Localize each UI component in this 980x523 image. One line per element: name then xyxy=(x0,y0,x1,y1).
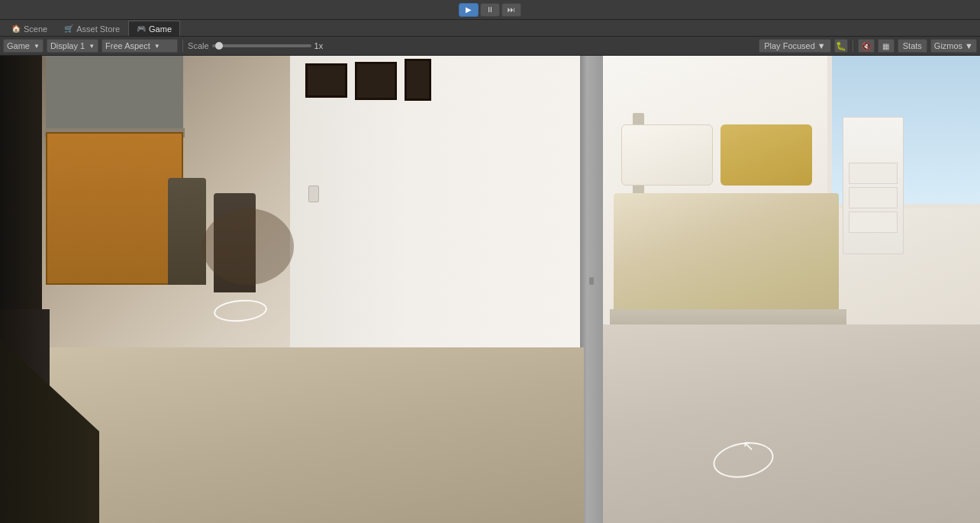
scale-label: Scale xyxy=(188,41,209,50)
nightstand xyxy=(843,117,904,254)
stats-button[interactable]: Stats xyxy=(898,39,927,53)
scale-slider-thumb xyxy=(215,42,223,50)
dining-table xyxy=(202,208,294,285)
picture-frame-1 xyxy=(305,63,347,98)
layer-value: Game xyxy=(7,41,30,50)
nightstand-drawer-2 xyxy=(849,187,898,208)
tab-scene-label: Scene xyxy=(24,24,47,34)
stats-label: Stats xyxy=(903,41,922,50)
display-dropdown-arrow: ▼ xyxy=(89,43,95,50)
play-button[interactable]: ▶ xyxy=(459,3,479,17)
layer-dropdown-arrow: ▼ xyxy=(34,43,40,50)
aspect-dropdown[interactable]: Free Aspect ▼ xyxy=(102,39,178,53)
bug-icon-button[interactable]: 🐛 xyxy=(834,39,848,53)
kitchen-cabinet xyxy=(46,132,183,285)
game-viewport[interactable]: ↖ xyxy=(0,56,980,523)
display-dropdown[interactable]: Display 1 ▼ xyxy=(47,39,98,53)
separator-1 xyxy=(182,40,183,52)
light-switch xyxy=(308,186,319,202)
tab-bar: 🏠 Scene 🛒 Asset Store 🎮 Game xyxy=(0,20,980,37)
pause-button[interactable]: ⏸ xyxy=(480,3,500,17)
step-button[interactable]: ⏭ xyxy=(501,3,521,17)
separator-2 xyxy=(853,40,853,52)
scene-icon: 🏠 xyxy=(11,24,21,33)
mouse-cursor: ↖ xyxy=(743,439,755,454)
picture-frame-2 xyxy=(355,62,397,100)
mute-button[interactable]: 🔇 xyxy=(858,39,875,53)
layers-button[interactable]: ▦ xyxy=(878,39,895,53)
picture-frame-3 xyxy=(405,59,431,101)
tab-scene[interactable]: 🏠 Scene xyxy=(3,21,56,36)
room-scene: ↖ xyxy=(0,56,980,523)
pillow-right xyxy=(720,124,812,186)
gizmos-label: Gizmos xyxy=(934,41,962,50)
nightstand-drawer-1 xyxy=(849,163,898,184)
gizmos-button[interactable]: Gizmos ▼ xyxy=(930,39,977,53)
play-focused-button[interactable]: Play Focused ▼ xyxy=(759,39,831,53)
game-icon: 🎮 xyxy=(137,24,146,33)
aspect-dropdown-arrow: ▼ xyxy=(154,43,160,50)
tab-asset-store-label: Asset Store xyxy=(76,24,120,34)
aspect-value: Free Aspect xyxy=(105,41,150,50)
corridor-floor xyxy=(42,347,584,523)
scale-slider[interactable] xyxy=(212,44,311,47)
play-focused-label: Play Focused xyxy=(764,41,815,50)
toolbar-right-group: Play Focused ▼ 🐛 🔇 ▦ Stats Gizmos ▼ xyxy=(759,39,977,53)
door-hardware xyxy=(589,277,594,285)
tab-asset-store[interactable]: 🛒 Asset Store xyxy=(56,21,128,36)
dining-chair-1 xyxy=(168,178,206,285)
play-controls-bar: ▶ ⏸ ⏭ xyxy=(0,0,980,20)
tab-game[interactable]: 🎮 Game xyxy=(128,21,180,36)
layer-dropdown[interactable]: Game ▼ xyxy=(3,39,44,53)
display-value: Display 1 xyxy=(50,41,85,50)
tab-game-label: Game xyxy=(149,24,172,34)
nightstand-drawer-3 xyxy=(849,211,898,233)
pillow-left xyxy=(621,124,713,186)
play-controls-group: ▶ ⏸ ⏭ xyxy=(459,3,521,17)
asset-store-icon: 🛒 xyxy=(64,24,73,33)
bedroom-floor xyxy=(603,324,980,523)
kitchen-tile-wall xyxy=(46,56,183,132)
play-focused-arrow: ▼ xyxy=(817,41,826,50)
gizmos-arrow: ▼ xyxy=(965,41,973,50)
scale-value: 1x xyxy=(314,41,330,50)
game-toolbar: Game ▼ Display 1 ▼ Free Aspect ▼ Scale 1… xyxy=(0,37,980,56)
